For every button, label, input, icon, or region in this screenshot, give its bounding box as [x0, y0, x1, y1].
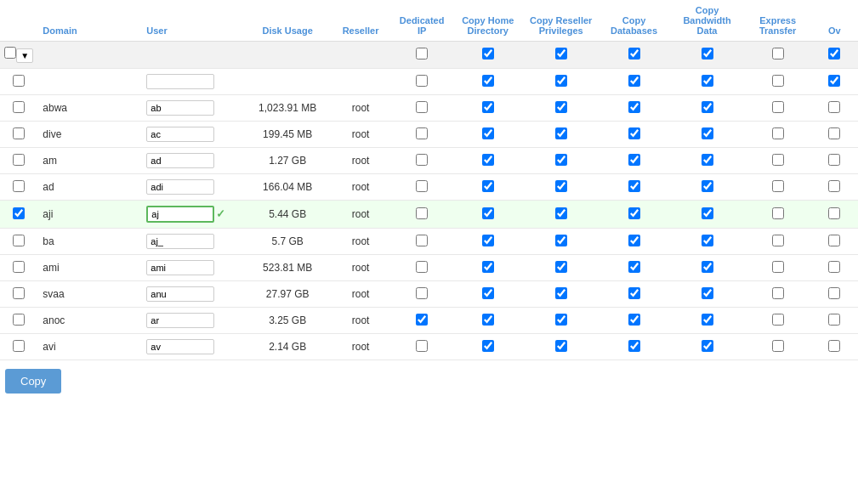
user-input[interactable]: [146, 339, 214, 354]
dedicated-ip-checkbox[interactable]: [416, 127, 428, 139]
copy-reseller-checkbox[interactable]: [555, 154, 567, 166]
copy-bw-checkbox[interactable]: [702, 207, 713, 219]
copy-home-cell[interactable]: [452, 229, 523, 255]
ov-cell[interactable]: [810, 174, 858, 201]
ov-checkbox[interactable]: [828, 235, 840, 246]
express-cell[interactable]: [745, 255, 811, 281]
copy-db-cell[interactable]: [599, 69, 669, 95]
header-copydb-checkbox[interactable]: [599, 42, 669, 69]
copy-home-checkbox[interactable]: [482, 340, 494, 352]
ov-cell[interactable]: [810, 281, 858, 308]
select-all-cell[interactable]: ▼: [0, 42, 37, 69]
ov-cell[interactable]: [810, 334, 858, 360]
express-cell[interactable]: [745, 308, 811, 334]
copy-home-cell[interactable]: [452, 174, 523, 201]
copy-db-cell[interactable]: [599, 148, 669, 174]
row-select-checkbox[interactable]: [13, 154, 25, 166]
ov-checkbox[interactable]: [828, 127, 840, 139]
row-select-checkbox[interactable]: [13, 287, 25, 299]
copy-db-cell[interactable]: [599, 308, 669, 334]
row-select-checkbox[interactable]: [13, 75, 25, 87]
header-copybw-checkbox[interactable]: [669, 42, 745, 69]
copy-db-cell[interactable]: [599, 201, 669, 229]
user-input-cell[interactable]: [141, 174, 245, 201]
copy-home-cell[interactable]: [452, 334, 523, 360]
header-copyhome-checkbox[interactable]: [452, 42, 523, 69]
copy-bw-cell[interactable]: [669, 255, 745, 281]
copy-bw-checkbox[interactable]: [702, 287, 713, 299]
row-select-cell[interactable]: [0, 281, 37, 308]
user-input-cell[interactable]: [141, 148, 245, 174]
copy-home-cell[interactable]: [452, 308, 523, 334]
row-select-cell[interactable]: [0, 201, 37, 229]
dedicated-ip-cell[interactable]: [391, 255, 452, 281]
ov-cell[interactable]: [810, 69, 858, 95]
copy-bw-cell[interactable]: [669, 148, 745, 174]
row-select-cell[interactable]: [0, 69, 37, 95]
copy-button[interactable]: Copy: [5, 369, 61, 394]
dedicated-ip-checkbox[interactable]: [416, 235, 428, 246]
copy-reseller-cell[interactable]: [523, 148, 599, 174]
copy-reseller-checkbox[interactable]: [555, 340, 567, 352]
dedicated-ip-checkbox[interactable]: [416, 287, 428, 299]
dedicated-ip-checkbox[interactable]: [416, 75, 428, 87]
copy-reseller-cell[interactable]: [523, 334, 599, 360]
copy-bw-checkbox[interactable]: [702, 180, 713, 192]
copy-bw-cell[interactable]: [669, 281, 745, 308]
copy-db-checkbox[interactable]: [628, 207, 640, 219]
ov-checkbox[interactable]: [828, 180, 840, 192]
copy-bw-checkbox[interactable]: [702, 127, 713, 139]
row-select-checkbox[interactable]: [13, 314, 25, 326]
ov-checkbox[interactable]: [828, 261, 840, 273]
copy-db-cell[interactable]: [599, 122, 669, 148]
user-input-cell[interactable]: [141, 308, 245, 334]
copy-reseller-checkbox[interactable]: [555, 180, 567, 192]
dedicated-ip-checkbox[interactable]: [416, 154, 428, 166]
row-select-cell[interactable]: [0, 95, 37, 122]
copy-reseller-checkbox[interactable]: [555, 207, 567, 219]
user-input[interactable]: [146, 234, 214, 249]
dedicated-ip-checkbox[interactable]: [416, 314, 428, 326]
copy-db-checkbox[interactable]: [628, 180, 640, 192]
copy-db-cell[interactable]: [599, 174, 669, 201]
dedicated-ip-cell[interactable]: [391, 122, 452, 148]
copy-home-cell[interactable]: [452, 148, 523, 174]
copy-db-checkbox[interactable]: [628, 235, 640, 246]
copy-bw-checkbox[interactable]: [702, 235, 713, 246]
row-select-checkbox[interactable]: [13, 101, 25, 113]
row-select-cell[interactable]: [0, 122, 37, 148]
copy-bw-cell[interactable]: [669, 308, 745, 334]
row-select-checkbox[interactable]: [13, 127, 25, 139]
copy-db-checkbox[interactable]: [628, 127, 640, 139]
copy-home-cell[interactable]: [452, 122, 523, 148]
copy-home-checkbox[interactable]: [482, 101, 494, 113]
copy-reseller-cell[interactable]: [523, 174, 599, 201]
copy-db-checkbox[interactable]: [628, 75, 640, 87]
copy-reseller-cell[interactable]: [523, 69, 599, 95]
copy-bw-checkbox[interactable]: [702, 75, 713, 87]
ov-cell[interactable]: [810, 308, 858, 334]
row-select-cell[interactable]: [0, 334, 37, 360]
dedicated-ip-checkbox[interactable]: [416, 261, 428, 273]
copy-bw-checkbox[interactable]: [702, 340, 713, 352]
copy-db-cell[interactable]: [599, 334, 669, 360]
express-checkbox[interactable]: [772, 261, 784, 273]
ov-checkbox[interactable]: [828, 207, 840, 219]
dedicated-ip-checkbox[interactable]: [416, 101, 428, 113]
row-select-cell[interactable]: [0, 308, 37, 334]
user-input[interactable]: [146, 179, 214, 195]
express-checkbox[interactable]: [772, 287, 784, 299]
ov-checkbox[interactable]: [828, 75, 840, 87]
express-checkbox[interactable]: [772, 235, 784, 246]
express-checkbox[interactable]: [772, 314, 784, 326]
user-input[interactable]: [146, 313, 214, 328]
ov-cell[interactable]: [810, 229, 858, 255]
ov-checkbox[interactable]: [828, 314, 840, 326]
copy-bw-cell[interactable]: [669, 69, 745, 95]
copy-reseller-cell[interactable]: [523, 308, 599, 334]
copy-bw-checkbox[interactable]: [702, 154, 713, 166]
header-dedicated-checkbox[interactable]: [391, 42, 452, 69]
user-input[interactable]: [146, 206, 214, 223]
copy-reseller-checkbox[interactable]: [555, 101, 567, 113]
dedicated-ip-cell[interactable]: [391, 308, 452, 334]
